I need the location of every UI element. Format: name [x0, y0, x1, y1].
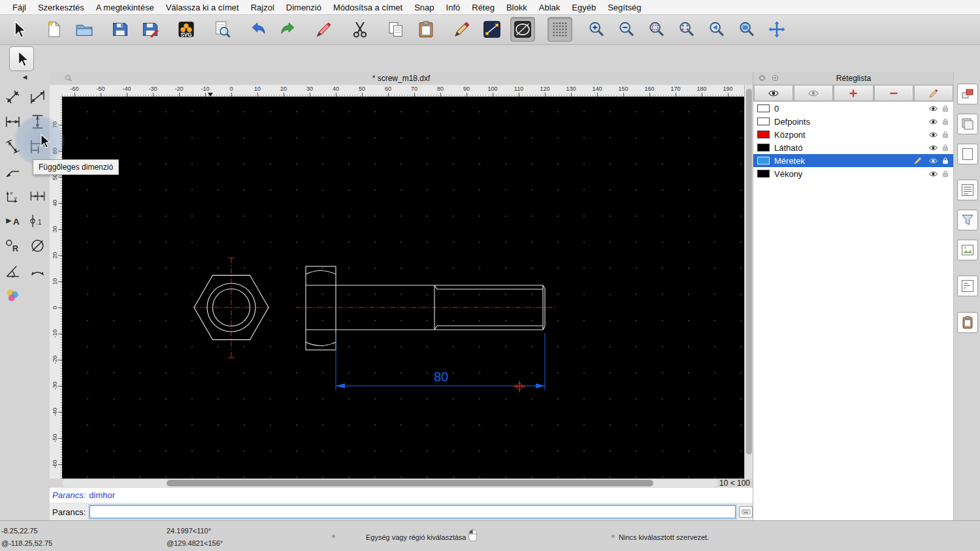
layer-color-swatch[interactable]: [757, 104, 770, 112]
tool-dim-continue[interactable]: [26, 185, 48, 207]
layer-lock-icon[interactable]: [941, 156, 950, 165]
layer-color-swatch[interactable]: [757, 157, 770, 165]
redo-button[interactable]: [276, 18, 300, 41]
strip-command-button[interactable]: [957, 276, 978, 296]
selection-tool-button[interactable]: [9, 46, 34, 71]
close-panel-icon[interactable]: [758, 74, 766, 82]
tool-dim-vertical[interactable]: [26, 110, 48, 133]
menu-item-12[interactable]: Ablak: [533, 3, 566, 12]
layer-color-swatch[interactable]: [757, 144, 770, 151]
circle-tool-button[interactable]: [510, 17, 535, 42]
menu-item-9[interactable]: Infó: [440, 3, 466, 12]
undo-button[interactable]: [246, 18, 270, 41]
tool-dim-baseline[interactable]: [26, 135, 48, 157]
remove-layer-button[interactable]: [874, 85, 913, 101]
tool-dim-leader[interactable]: [1, 160, 24, 182]
layer-row-Méretek[interactable]: Méretek: [753, 154, 954, 167]
strip-blank-button[interactable]: [957, 144, 978, 165]
horizontal-scrollbar[interactable]: [62, 479, 718, 487]
layer-row-Központ[interactable]: Központ: [753, 128, 954, 141]
menu-item-2[interactable]: Szerkesztés: [32, 3, 90, 12]
delete-entity-button[interactable]: [312, 18, 336, 41]
layer-row-Vékony[interactable]: Vékony: [753, 167, 954, 180]
layer-lock-icon[interactable]: [941, 143, 950, 152]
tool-label-arrow[interactable]: A: [1, 210, 24, 232]
menu-item-7[interactable]: Módosítsa a címet: [327, 3, 408, 12]
layer-row-0[interactable]: 0: [753, 102, 954, 115]
paste-button[interactable]: [414, 18, 438, 41]
layer-lock-icon[interactable]: [941, 169, 950, 178]
tool-dim-ordinate[interactable]: xy: [1, 185, 24, 207]
menu-item-8[interactable]: Snap: [408, 3, 440, 12]
vertical-scrollbar-thumb[interactable]: [746, 89, 752, 454]
cursor-arrow-button[interactable]: [7, 18, 30, 41]
drawing-canvas[interactable]: 80: [62, 97, 744, 479]
detach-panel-icon[interactable]: [771, 74, 779, 82]
menu-item-11[interactable]: Blokk: [500, 3, 533, 12]
svg-export-button[interactable]: SVG: [174, 18, 198, 41]
layer-visibility-icon[interactable]: [928, 169, 938, 179]
layer-color-swatch[interactable]: [757, 131, 770, 138]
layer-lock-icon[interactable]: [941, 104, 950, 113]
zoom-window-button[interactable]: [735, 18, 759, 41]
layer-visibility-icon[interactable]: [928, 156, 938, 166]
layer-color-swatch[interactable]: [757, 170, 770, 178]
tool-dim-arc[interactable]: [26, 259, 48, 281]
menu-item-4[interactable]: Válassza ki a címet: [160, 3, 245, 12]
menu-item-1[interactable]: Fájl: [7, 3, 32, 12]
layer-row-Látható[interactable]: Látható: [753, 141, 954, 154]
layer-lock-icon[interactable]: [941, 117, 950, 126]
layer-visibility-icon[interactable]: [928, 130, 938, 140]
add-layer-button[interactable]: [834, 85, 873, 101]
zoom-auto-button[interactable]: [645, 18, 668, 41]
menu-item-13[interactable]: Egyéb: [566, 3, 602, 12]
tool-dim-rotated[interactable]: [1, 135, 24, 157]
cut-button[interactable]: [348, 18, 372, 41]
tool-dim-radius[interactable]: R: [1, 234, 24, 257]
tool-dim-horizontal[interactable]: [1, 110, 24, 133]
tool-dim-linear[interactable]: [26, 86, 48, 108]
strip-preview-button[interactable]: [957, 240, 978, 260]
edit-layer-button[interactable]: [914, 85, 953, 101]
strip-block-button[interactable]: [957, 84, 978, 104]
zoom-out-button[interactable]: [615, 18, 638, 41]
print-preview-button[interactable]: [210, 18, 234, 41]
menu-item-3[interactable]: A megtekintése: [90, 3, 160, 12]
new-file-button[interactable]: [42, 18, 66, 41]
save-button[interactable]: [108, 18, 132, 41]
eye-gray-button[interactable]: [794, 85, 833, 101]
grid-toggle-button[interactable]: [547, 17, 572, 42]
panel-collapse-button[interactable]: ◀: [0, 72, 50, 82]
strip-library-button[interactable]: [957, 114, 978, 134]
command-input[interactable]: [90, 505, 736, 518]
save-as-button[interactable]: [139, 18, 162, 41]
tool-dim-aligned[interactable]: [1, 86, 24, 108]
layer-row-Defpoints[interactable]: Defpoints: [753, 115, 954, 128]
menu-item-10[interactable]: Réteg: [466, 3, 500, 12]
tool-label-target[interactable]: .1: [26, 210, 48, 232]
strip-list-button[interactable]: [957, 180, 978, 200]
command-options-button[interactable]: [739, 506, 753, 518]
zoom-select-button[interactable]: [675, 18, 698, 41]
tool-dim-diameter[interactable]: [26, 234, 48, 257]
eye-open-button[interactable]: [754, 85, 793, 101]
vertical-scrollbar[interactable]: [744, 85, 753, 479]
tool-dim-angular[interactable]: [1, 259, 24, 281]
strip-filter-button[interactable]: [957, 210, 978, 230]
strip-clipboard-button[interactable]: [957, 312, 978, 333]
tool-paint[interactable]: [1, 284, 24, 306]
draw-pen-button[interactable]: [450, 18, 474, 41]
layer-lock-icon[interactable]: [941, 130, 950, 139]
menu-item-5[interactable]: Rajzol: [245, 3, 280, 12]
line-tool-button[interactable]: [480, 18, 504, 41]
zoom-previous-button[interactable]: [705, 18, 728, 41]
menu-item-6[interactable]: Dimenzió: [280, 3, 327, 12]
horizontal-scrollbar-thumb[interactable]: [167, 480, 653, 486]
layer-color-swatch[interactable]: [757, 118, 770, 125]
layer-visibility-icon[interactable]: [928, 104, 938, 114]
open-folder-button[interactable]: [73, 18, 96, 41]
drawing-area[interactable]: 80: [62, 97, 744, 479]
layer-visibility-icon[interactable]: [928, 143, 938, 153]
pencil-small-icon[interactable]: [913, 156, 923, 166]
zoom-in-button[interactable]: [585, 18, 608, 41]
